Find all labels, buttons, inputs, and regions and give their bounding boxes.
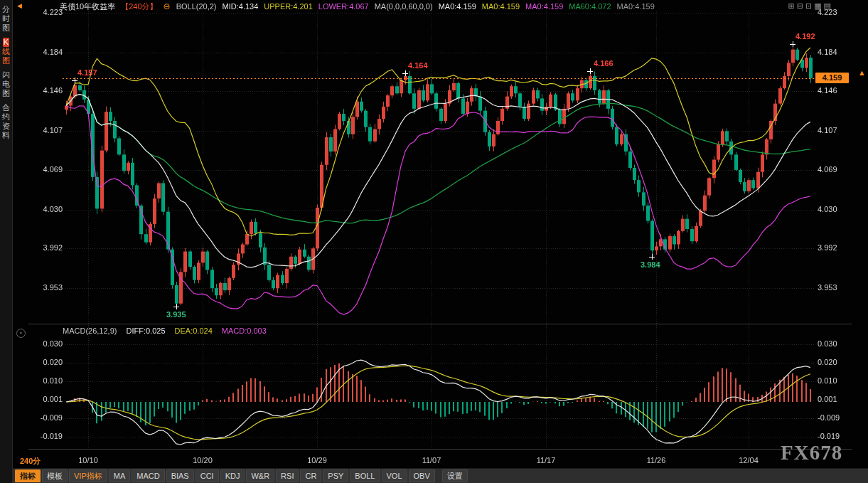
macd-macd-value: MACD:0.003 <box>222 327 267 335</box>
left-sidebar: 分时图K线图闪电图合约资料 <box>0 0 13 483</box>
collapse-indicator-icon[interactable]: ⊖ <box>164 1 171 11</box>
macd-axis-label: 0.030 <box>31 339 63 348</box>
macd-axis-label: 0.020 <box>31 358 63 366</box>
price-axis-label: 4.030 <box>31 205 63 213</box>
price-axis-label: 3.953 <box>31 283 63 292</box>
price-annotation-4.157: 4.157 <box>77 68 97 77</box>
layout-icons: ⊞⊟⊡▦▤ <box>788 1 831 10</box>
x-axis: 240分 10/1010/2010/2911/0711/1711/2612/04 <box>13 456 868 467</box>
boll-mid-value: MID:4.134 <box>223 2 259 11</box>
macd-axis-label: -0.019 <box>31 432 63 440</box>
price-annotation-3.935: 3.935 <box>166 310 186 319</box>
toolbar-tab-macd[interactable]: MACD <box>132 469 164 482</box>
macd-axis-label: -0.009 <box>818 413 850 422</box>
macd-axis-label: 0.030 <box>818 339 850 348</box>
sidebar-item-char: 分 <box>2 5 10 14</box>
ma-value-0: MA0:4.159 <box>439 2 476 11</box>
price-axis-label: 4.030 <box>818 205 850 213</box>
sidebar-item-char: 合 <box>2 103 10 112</box>
sidebar-item-char: 线 <box>2 47 10 56</box>
toolbar-tab-boll[interactable]: BOLL <box>350 469 380 482</box>
macd-axis-label: -0.019 <box>818 432 850 440</box>
layout-mosaic-icon[interactable]: ▦ <box>814 1 821 10</box>
price-axis-label: 4.184 <box>31 48 63 56</box>
bottom-toolbar: 指标模板VIP指标MAMACDBIASCCIKDJW&RRSICRPSYBOLL… <box>13 468 868 483</box>
price-axis-label: 3.992 <box>31 243 63 252</box>
price-axis-label: 4.069 <box>818 165 850 174</box>
toolbar-tab-indicators[interactable]: 指标 <box>15 469 41 482</box>
price-axis-label: 4.146 <box>818 86 850 95</box>
sidebar-item-time-chart[interactable]: 分时图 <box>0 5 12 33</box>
sidebar-item-char: K <box>3 38 9 47</box>
x-axis-date-label: 10/20 <box>189 456 216 465</box>
toolbar-tab-settings[interactable]: 设置 <box>442 469 468 482</box>
macd-axis-label: 0.001 <box>31 395 63 403</box>
sidebar-item-char: 约 <box>2 112 10 122</box>
x-axis-date-label: 11/07 <box>418 456 445 465</box>
price-up-arrow-icon[interactable]: ▲ <box>858 68 866 77</box>
toolbar-tab-psy[interactable]: PSY <box>323 469 348 482</box>
macd-panel-toggle-icon[interactable]: • <box>16 329 26 338</box>
macd-dea-value: DEA:0.024 <box>175 327 213 335</box>
layout-grid-icon[interactable]: ⊞ <box>788 1 795 10</box>
price-axis-label: 4.107 <box>818 126 850 134</box>
ma-indicator-label: MA(0,0,0,60,0,0) <box>375 2 433 11</box>
collapse-sidebar-icon[interactable]: ◀ <box>17 2 22 9</box>
toolbar-tab-templates[interactable]: 模板 <box>42 469 68 482</box>
price-annotation-4.164: 4.164 <box>408 61 428 70</box>
toolbar-tab-obv[interactable]: OBV <box>409 469 435 482</box>
price-axis-label: 4.107 <box>31 126 63 134</box>
toolbar-tab-vip-indicators[interactable]: VIP指标 <box>69 469 107 482</box>
x-axis-date-label: 12/04 <box>735 456 762 465</box>
sidebar-item-char: 时 <box>2 14 10 23</box>
sidebar-item-char: 图 <box>2 89 10 98</box>
ma-value-2: MA0:4.159 <box>525 2 563 11</box>
toolbar-tab-wr[interactable]: W&R <box>246 469 274 482</box>
ma-values: MA0:4.159MA0:4.159MA0:4.159MA60:4.072MA0… <box>439 2 660 11</box>
x-axis-date-label: 10/10 <box>75 456 102 465</box>
price-annotation-4.192: 4.192 <box>795 32 815 41</box>
sidebar-item-char: 电 <box>2 80 10 89</box>
sidebar-item-k-line-chart[interactable]: K线图 <box>0 38 12 65</box>
price-annotation-4.166: 4.166 <box>594 59 614 68</box>
toolbar-tab-cci[interactable]: CCI <box>195 469 219 482</box>
macd-axis-label: 0.020 <box>818 358 850 366</box>
macd-axis-label: 0.010 <box>818 376 850 385</box>
macd-header: MACD(26,12,9) DIFF:0.025 DEA:0.024 MACD:… <box>63 327 274 336</box>
sidebar-item-contract-info[interactable]: 合约资料 <box>0 103 12 140</box>
layout-single-icon[interactable]: ⊡ <box>805 1 812 10</box>
trading-app: 分时图K线图闪电图合约资料 ◀ 美债10年收益率 【240分】 ⊖ BOLL(2… <box>0 0 868 483</box>
x-axis-date-label: 10/29 <box>304 456 331 465</box>
toolbar-tab-cr[interactable]: CR <box>300 469 321 482</box>
layout-split-icon[interactable]: ▤ <box>824 1 831 10</box>
sidebar-item-char: 图 <box>2 23 10 33</box>
price-axis-label: 3.953 <box>818 283 850 292</box>
price-axis-label: 4.069 <box>31 165 63 174</box>
toolbar-tab-kdj[interactable]: KDJ <box>220 469 245 482</box>
sidebar-item-char: 资 <box>2 122 10 131</box>
sidebar-item-char: 闪 <box>2 70 10 80</box>
layout-rows-icon[interactable]: ⊟ <box>797 1 803 10</box>
chart-period-label[interactable]: 【240分】 <box>121 1 157 12</box>
current-price-badge: 4.159 <box>815 73 849 83</box>
boll-indicator-label: BOLL(20,2) <box>176 2 217 11</box>
macd-axis-label: 0.010 <box>31 376 63 385</box>
timeframe-label[interactable]: 240分 <box>20 456 41 467</box>
toolbar-tab-vol[interactable]: VOL <box>382 469 407 482</box>
sidebar-item-char: 料 <box>2 131 10 140</box>
price-axis-label: 3.992 <box>818 243 850 252</box>
ma-value-3: MA60:4.072 <box>569 2 611 11</box>
price-axis-label: 4.184 <box>818 48 850 56</box>
price-macd-chart-canvas[interactable] <box>13 0 868 483</box>
sidebar-item-char: 图 <box>2 56 10 65</box>
toolbar-tab-rsi[interactable]: RSI <box>276 469 299 482</box>
toolbar-tab-bias[interactable]: BIAS <box>166 469 194 482</box>
macd-axis-label: 0.001 <box>818 395 850 403</box>
ma-value-1: MA0:4.159 <box>482 2 520 11</box>
price-axis-label: 4.146 <box>31 86 63 95</box>
ma-value-4: MA0:4.159 <box>617 2 655 11</box>
sidebar-item-flash-chart[interactable]: 闪电图 <box>0 70 12 98</box>
toolbar-tab-ma[interactable]: MA <box>109 469 131 482</box>
macd-formula-label: MACD(26,12,9) <box>63 327 117 335</box>
chart-area: ◀ 美债10年收益率 【240分】 ⊖ BOLL(20,2) MID:4.134… <box>13 0 868 483</box>
